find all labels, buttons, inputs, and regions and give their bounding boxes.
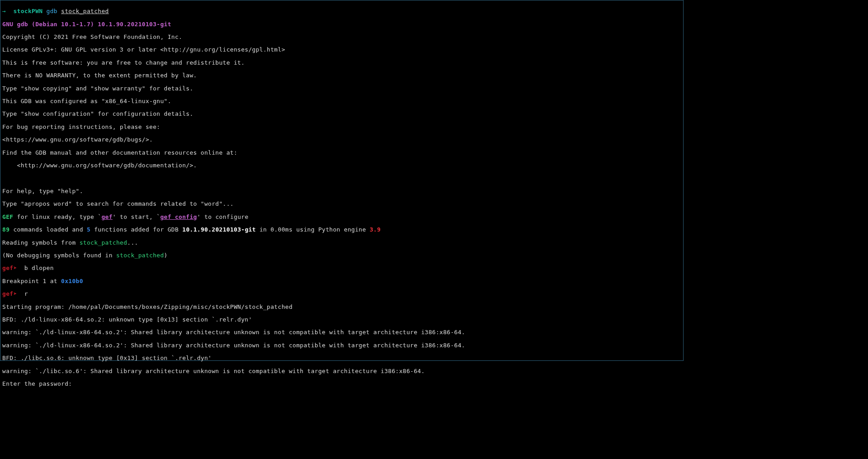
gef-label: GEF: [2, 213, 13, 220]
breakpoint-address: 0x10b0: [61, 278, 83, 284]
gdb-banner-line: License GPLv3+: GNU GPL version 3 or lat…: [2, 47, 681, 53]
nodebug-symbols-line: (No debugging symbols found in stock_pat…: [2, 252, 681, 259]
gdb-banner-version: GNU gdb (Debian 10.1-1.7) 10.1.90.202101…: [2, 21, 681, 28]
gef-prompt: gef➤: [2, 265, 17, 271]
arch-warning-line: warning: `./libc.so.6': Shared library a…: [2, 368, 681, 374]
gdb-banner-line: <http://www.gnu.org/software/gdb/documen…: [2, 162, 681, 169]
user-command[interactable]: b dlopen: [17, 265, 54, 271]
gef-prompt-line: gef➤ r: [2, 291, 681, 297]
prompt-arrow-icon: →: [2, 8, 6, 14]
prompt-cwd: stockPWN: [13, 8, 42, 14]
gef-prompt: gef➤: [2, 290, 17, 297]
gdb-banner-line: This GDB was configured as "x86_64-linux…: [2, 98, 681, 104]
gdb-banner-line: Type "show copying" and "show warranty" …: [2, 85, 681, 92]
gef-loaded-line: 89 commands loaded and 5 functions added…: [2, 227, 681, 233]
gef-prompt-line: gef➤ b dlopen: [2, 265, 681, 271]
gdb-banner-line: For help, type "help".: [2, 188, 681, 194]
reading-symbols-line: Reading symbols from stock_patched...: [2, 240, 681, 246]
gdb-banner-blank: [2, 175, 681, 181]
prompt-arg: stock_patched: [61, 8, 109, 14]
program-input-prompt[interactable]: Enter the password:: [2, 381, 681, 387]
starting-program-line: Starting program: /home/pal/Documents/bo…: [2, 304, 681, 310]
gef-config-link: gef config: [160, 213, 197, 220]
gef-link: gef: [101, 213, 112, 220]
breakpoint-line: Breakpoint 1 at 0x10b0: [2, 278, 681, 284]
gdb-banner-line: Copyright (C) 2021 Free Software Foundat…: [2, 34, 681, 40]
shell-prompt-line: → stockPWN gdb stock_patched: [2, 8, 681, 14]
prompt-command: gdb: [47, 8, 57, 14]
gef-ready-line: GEF for linux ready, type `gef' to start…: [2, 214, 681, 220]
bfd-warning-line: BFD: ./ld-linux-x86-64.so.2: unknown typ…: [2, 317, 681, 323]
user-command[interactable]: r: [17, 290, 28, 297]
gdb-banner-line: There is NO WARRANTY, to the extent perm…: [2, 72, 681, 79]
gdb-banner-line: For bug reporting instructions, please s…: [2, 124, 681, 130]
arch-warning-line: warning: `./ld-linux-x86-64.so.2': Share…: [2, 329, 681, 336]
gdb-banner-line: Type "apropos word" to search for comman…: [2, 201, 681, 207]
arch-warning-line: warning: `./ld-linux-x86-64.so.2': Share…: [2, 342, 681, 349]
gdb-banner-line: Type "show configuration" for configurat…: [2, 111, 681, 117]
gdb-banner-line: This is free software: you are free to c…: [2, 60, 681, 66]
gdb-banner-line: Find the GDB manual and other documentat…: [2, 150, 681, 156]
bfd-warning-line: BFD: ./libc.so.6: unknown type [0x13] se…: [2, 355, 681, 361]
gdb-banner-line: <https://www.gnu.org/software/gdb/bugs/>…: [2, 137, 681, 143]
terminal-window[interactable]: → stockPWN gdb stock_patched GNU gdb (De…: [0, 0, 684, 361]
